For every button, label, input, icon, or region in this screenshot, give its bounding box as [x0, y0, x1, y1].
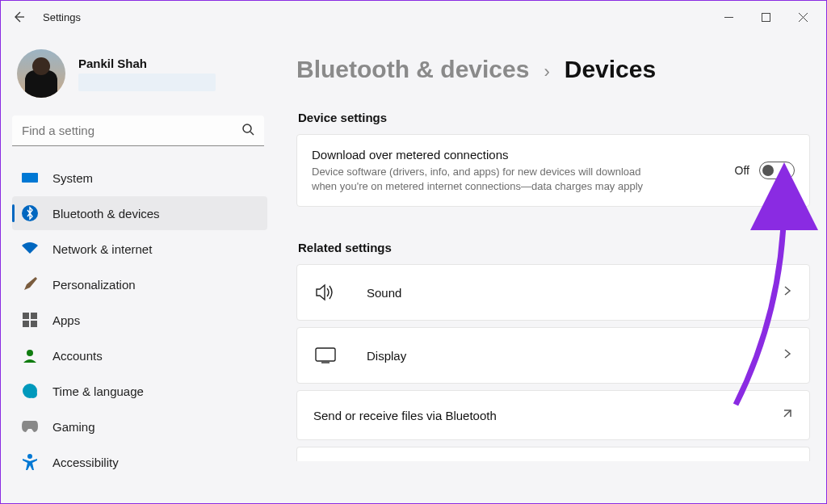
display-icon: [313, 343, 338, 368]
back-arrow-icon: [12, 10, 25, 23]
related-link-display[interactable]: Display: [296, 327, 810, 384]
svg-point-11: [27, 454, 32, 459]
sidebar-item-apps[interactable]: Apps: [12, 303, 267, 337]
svg-rect-4: [23, 313, 29, 319]
svg-rect-0: [762, 13, 770, 21]
system-icon: [22, 170, 38, 186]
breadcrumb-current: Devices: [565, 56, 656, 83]
app-title: Settings: [43, 11, 81, 23]
profile-email-masked: [78, 74, 216, 91]
gaming-icon: [22, 418, 38, 435]
maximize-icon: [762, 13, 770, 22]
sidebar: Pankil Shah System Bluetooth & devices N…: [1, 33, 275, 504]
sidebar-item-label: Accessibility: [52, 456, 119, 469]
minimize-icon: [724, 13, 733, 22]
related-link-sound[interactable]: Sound: [296, 264, 810, 321]
sidebar-item-accessibility[interactable]: Accessibility: [12, 445, 267, 479]
toggle-state-label: Off: [735, 164, 749, 177]
svg-point-8: [27, 350, 33, 356]
breadcrumb-parent[interactable]: Bluetooth & devices: [296, 56, 529, 83]
link-label: Send or receive files via Bluetooth: [313, 409, 497, 422]
sidebar-item-label: Gaming: [52, 420, 95, 434]
avatar: [17, 49, 65, 98]
sidebar-item-label: Personalization: [52, 278, 136, 292]
wifi-icon: [22, 241, 38, 257]
profile-block[interactable]: Pankil Shah: [12, 44, 267, 112]
section-title-device-settings: Device settings: [298, 111, 810, 124]
sidebar-item-gaming[interactable]: Gaming: [12, 410, 267, 443]
chevron-right-icon: [782, 285, 793, 300]
search-icon: [241, 123, 254, 139]
svg-rect-6: [23, 321, 29, 327]
chevron-right-icon: [782, 348, 793, 363]
accessibility-icon: [22, 454, 38, 470]
close-button[interactable]: [784, 4, 821, 30]
search-container: [12, 116, 264, 146]
sidebar-item-label: Bluetooth & devices: [52, 207, 160, 220]
profile-name: Pankil Shah: [78, 57, 216, 70]
bluetooth-icon: [22, 205, 38, 221]
breadcrumb: Bluetooth & devices › Devices: [296, 56, 810, 83]
sidebar-item-personalization[interactable]: Personalization: [12, 267, 267, 301]
link-label: Sound: [367, 286, 401, 300]
setting-metered-download: Download over metered connections Device…: [296, 134, 810, 207]
chevron-right-icon: ›: [544, 61, 549, 82]
close-icon: [799, 13, 808, 22]
sidebar-item-label: Apps: [52, 313, 80, 327]
accounts-icon: [22, 347, 38, 363]
apps-icon: [22, 312, 38, 328]
link-label: Display: [367, 349, 406, 363]
svg-point-1: [243, 124, 251, 132]
sound-icon: [313, 280, 338, 304]
sidebar-item-bluetooth-devices[interactable]: Bluetooth & devices: [12, 196, 267, 230]
section-title-related: Related settings: [298, 241, 810, 254]
minimize-button[interactable]: [710, 4, 747, 30]
search-input[interactable]: [12, 116, 264, 146]
svg-rect-2: [22, 173, 38, 183]
next-card-peek: [296, 447, 810, 461]
maximize-button[interactable]: [747, 4, 784, 30]
sidebar-item-label: Accounts: [52, 349, 103, 363]
nav-list: System Bluetooth & devices Network & int…: [12, 161, 267, 479]
sidebar-item-accounts[interactable]: Accounts: [12, 338, 267, 372]
title-bar: Settings: [1, 1, 826, 33]
sidebar-item-label: System: [52, 171, 93, 185]
sidebar-item-time-language[interactable]: Time & language: [12, 374, 267, 408]
sidebar-item-system[interactable]: System: [12, 161, 267, 195]
sidebar-item-label: Network & internet: [52, 242, 152, 256]
open-external-icon: [782, 408, 793, 422]
paintbrush-icon: [22, 276, 38, 292]
sidebar-item-label: Time & language: [52, 384, 144, 398]
window-controls: [710, 4, 821, 30]
svg-rect-5: [31, 313, 37, 319]
svg-rect-12: [316, 348, 335, 361]
back-button[interactable]: [6, 4, 31, 30]
sidebar-item-network[interactable]: Network & internet: [12, 232, 267, 266]
globe-clock-icon: [22, 383, 38, 399]
main-content: Bluetooth & devices › Devices Device set…: [275, 33, 826, 504]
setting-description: Device software (drivers, info, and apps…: [312, 165, 659, 193]
metered-toggle[interactable]: [759, 162, 795, 179]
setting-title: Download over metered connections: [312, 148, 659, 162]
svg-rect-7: [31, 321, 37, 327]
svg-point-10: [29, 390, 37, 398]
related-link-bluetooth-files[interactable]: Send or receive files via Bluetooth: [296, 390, 810, 440]
